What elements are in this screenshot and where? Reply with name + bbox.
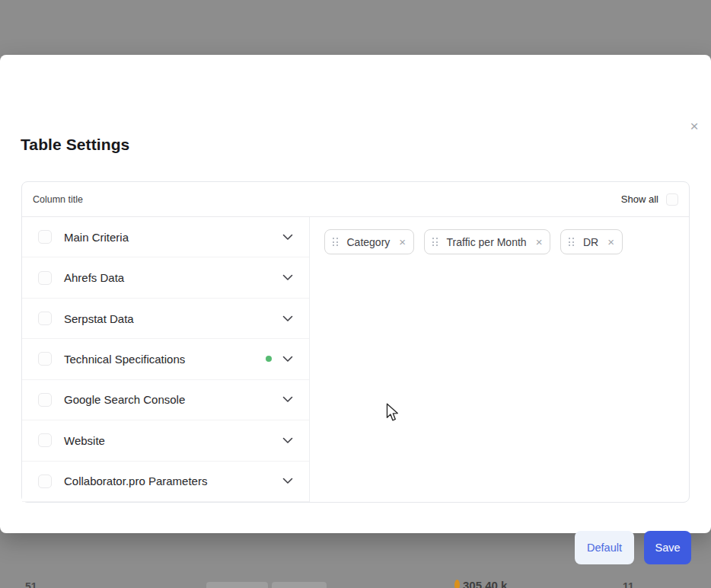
category-row[interactable]: Technical Specifications (22, 339, 309, 379)
chevron-down-icon[interactable] (282, 356, 293, 363)
category-label: Google Search Console (64, 393, 185, 406)
chip-remove-icon[interactable]: × (607, 236, 614, 248)
column-chip-label: DR (581, 236, 601, 248)
category-label: Collaborator.pro Parameters (64, 475, 207, 487)
background-pill (272, 582, 327, 588)
category-row[interactable]: Google Search Console (22, 380, 309, 420)
background-metric-right: 11 (623, 580, 634, 588)
chevron-down-icon[interactable] (282, 478, 293, 484)
column-chip[interactable]: DR × (560, 229, 623, 254)
show-all-toggle[interactable]: Show all (621, 193, 678, 206)
active-indicator-dot (266, 356, 272, 362)
save-button[interactable]: Save (644, 531, 691, 564)
column-chip-label: Traffic per Month (445, 236, 529, 248)
column-chip[interactable]: Category × (324, 229, 414, 254)
category-list: Main Criteria Ahrefs Data (22, 217, 310, 502)
column-chip-label: Category (345, 236, 393, 248)
drag-handle-icon[interactable] (432, 238, 438, 246)
panel-header: Column title Show all (22, 182, 689, 217)
category-label: Main Criteria (64, 231, 129, 244)
category-checkbox[interactable] (38, 230, 52, 244)
chevron-down-icon[interactable] (282, 234, 293, 241)
category-row[interactable]: Website (22, 420, 309, 461)
category-row[interactable]: Collaborator.pro Parameters (22, 462, 309, 502)
modal-title: Table Settings (21, 136, 129, 154)
category-checkbox[interactable] (38, 433, 52, 447)
default-button[interactable]: Default (575, 531, 634, 564)
category-checkbox[interactable] (38, 475, 52, 488)
show-all-checkbox[interactable] (666, 193, 678, 206)
chevron-down-icon[interactable] (282, 315, 293, 322)
background-pill (206, 582, 268, 588)
category-row[interactable]: Main Criteria (22, 217, 309, 257)
selected-columns-area: Category × Traffic per Month × (310, 217, 689, 502)
background-traffic-value: 305.40 k (463, 579, 507, 588)
category-checkbox[interactable] (38, 393, 52, 407)
column-settings-panel: Column title Show all Main Criteria (21, 181, 690, 503)
table-settings-modal: × Table Settings Column title Show all M… (0, 55, 711, 533)
column-title-label: Column title (33, 194, 83, 205)
category-checkbox[interactable] (38, 312, 52, 325)
background-metric-left: 51 (25, 580, 37, 588)
panel-body: Main Criteria Ahrefs Data (22, 217, 689, 502)
category-checkbox[interactable] (38, 271, 52, 285)
show-all-label: Show all (621, 193, 658, 205)
modal-footer: Default Save (575, 531, 691, 564)
drag-handle-icon[interactable] (569, 238, 574, 246)
chevron-down-icon[interactable] (282, 396, 293, 403)
chip-remove-icon[interactable]: × (536, 236, 543, 248)
flame-icon (454, 580, 460, 588)
chevron-down-icon[interactable] (282, 274, 293, 281)
category-checkbox[interactable] (38, 352, 52, 366)
category-label: Technical Specifications (64, 353, 185, 366)
drag-handle-icon[interactable] (333, 238, 338, 246)
column-chip[interactable]: Traffic per Month × (424, 229, 550, 254)
close-icon[interactable]: × (686, 117, 703, 134)
category-label: Ahrefs Data (64, 271, 124, 284)
chevron-down-icon[interactable] (282, 437, 293, 444)
category-row[interactable]: Serpstat Data (22, 299, 309, 339)
category-row[interactable]: Ahrefs Data (22, 257, 309, 298)
chip-remove-icon[interactable]: × (399, 236, 406, 248)
category-label: Website (64, 434, 105, 447)
background-traffic-metric: 305.40 k (454, 579, 507, 588)
category-label: Serpstat Data (64, 312, 134, 325)
